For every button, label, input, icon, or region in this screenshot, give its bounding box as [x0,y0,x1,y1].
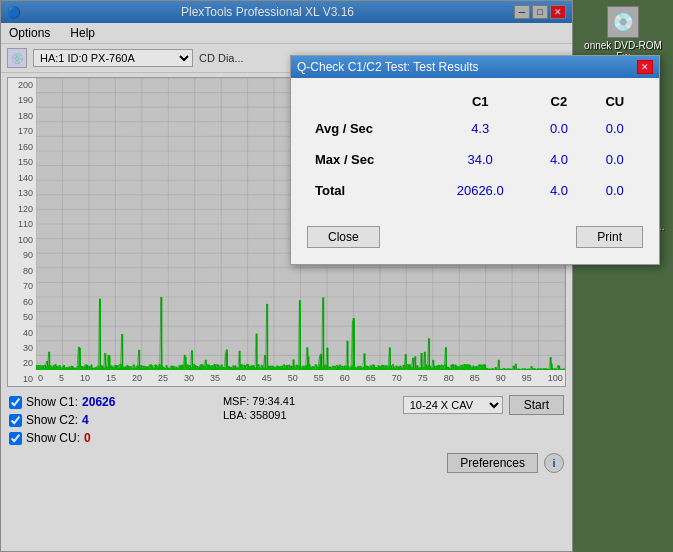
dvd-rom-icon: 💿 [607,6,639,38]
modal-title-bar: Q-Check C1/C2 Test: Test Results ✕ [291,56,659,78]
table-row-max: Max / Sec 34.0 4.0 0.0 [307,144,643,175]
modal-content: C1 C2 CU Avg / Sec 4.3 0.0 0.0 Max / Sec… [291,78,659,264]
modal-title: Q-Check C1/C2 Test: Test Results [297,60,479,74]
results-table: C1 C2 CU Avg / Sec 4.3 0.0 0.0 Max / Sec… [307,90,643,206]
modal-buttons: Close Print [307,222,643,252]
avg-cu: 0.0 [587,113,643,144]
total-cu: 0.0 [587,175,643,206]
avg-c2: 0.0 [531,113,586,144]
max-c2: 4.0 [531,144,586,175]
modal-print-button[interactable]: Print [576,226,643,248]
total-c1: 20626.0 [429,175,531,206]
modal-dialog: Q-Check C1/C2 Test: Test Results ✕ C1 C2… [290,55,660,265]
avg-c1: 4.3 [429,113,531,144]
col-header-c1: C1 [429,90,531,113]
col-header-empty [307,90,429,113]
max-cu: 0.0 [587,144,643,175]
max-c1: 34.0 [429,144,531,175]
table-row-avg: Avg / Sec 4.3 0.0 0.0 [307,113,643,144]
max-label: Max / Sec [307,144,429,175]
total-label: Total [307,175,429,206]
col-header-c2: C2 [531,90,586,113]
avg-label: Avg / Sec [307,113,429,144]
modal-close-button[interactable]: Close [307,226,380,248]
total-c2: 4.0 [531,175,586,206]
modal-close-icon-button[interactable]: ✕ [637,60,653,74]
table-row-total: Total 20626.0 4.0 0.0 [307,175,643,206]
col-header-cu: CU [587,90,643,113]
